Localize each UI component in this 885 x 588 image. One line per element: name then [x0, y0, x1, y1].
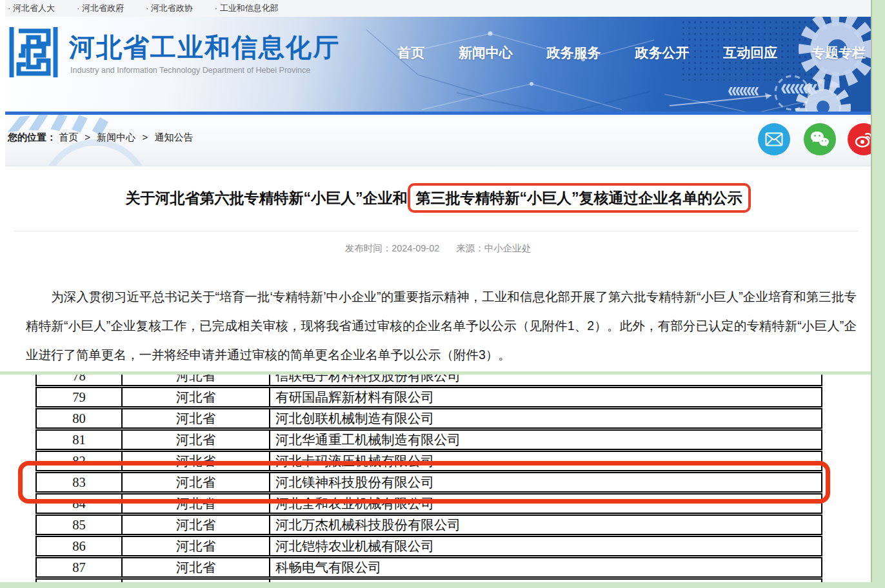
top-link-zhengxie[interactable]: · 河北省政协	[146, 3, 193, 14]
table-cell-province: 河北省	[121, 388, 270, 406]
breadcrumb-separator: >	[85, 132, 90, 142]
table-cell-no: 79	[37, 390, 121, 405]
table-row: 78 河北省 信联电子材料科技股份有限公司	[35, 375, 822, 386]
table-row: 87 河北省 科畅电气有限公司	[35, 557, 822, 578]
top-links-bar: · 河北省人大 · 河北省政府 · 河北省政协 · 工业和信息化部	[5, 0, 871, 17]
publish-time-label: 发布时间：	[345, 243, 392, 253]
table-cell-company: 河北华通重工机械制造有限公司	[270, 431, 821, 449]
green-frame-top	[0, 371, 885, 375]
table-cell-no: 78	[37, 375, 121, 384]
top-link-renda[interactable]: · 河北省人大	[8, 3, 55, 14]
source-label: 来源：	[456, 243, 484, 253]
table-cell-province: 河北省	[121, 537, 270, 555]
table-row: 81 河北省 河北华通重工机械制造有限公司	[35, 429, 822, 450]
table-cell-province: 河北省	[121, 516, 270, 534]
table-cell-province: 河北省	[121, 431, 270, 449]
table-row: 79 河北省 有研国晶辉新材料有限公司	[35, 387, 822, 407]
green-frame-bottom	[0, 582, 885, 588]
table-cell-company: 科畅电气有限公司	[270, 558, 821, 576]
nav-services[interactable]: 政务服务	[547, 44, 601, 62]
table-cell-province: 河北省	[121, 409, 270, 427]
org-name-en: Industry and Information Technology Depa…	[70, 66, 310, 75]
green-frame-right	[871, 0, 885, 588]
publish-time-value: 2024-09-02	[392, 243, 439, 253]
table-cell-company: 河北万杰机械科技股份有限公司	[270, 516, 821, 534]
table-cell-company: 河北铠特农业机械有限公司	[270, 537, 821, 555]
table-cell-no: 80	[37, 411, 121, 426]
table-cell-province: 河北省	[121, 558, 270, 576]
breadcrumb-separator: >	[142, 132, 148, 142]
breadcrumb-news[interactable]: 新闻中心	[97, 132, 135, 142]
article-meta: 发布时间：2024-09-02来源：中小企业处	[5, 242, 871, 255]
article-title: 关于河北省第六批专精特新“小巨人”企业和第三批专精特新“小巨人”复核通过企业名单…	[5, 188, 871, 208]
row-83-red-annotation-box	[18, 461, 830, 504]
table-cell-province: 河北省	[121, 375, 270, 385]
breadcrumb: 您的位置： 首页 > 新闻中心 > 通知公告	[8, 132, 193, 144]
table-cell-company: 有研国晶辉新材料有限公司	[270, 388, 821, 406]
table-cell-company: 信联电子材料科技股份有限公司	[270, 375, 821, 385]
gear-decoration	[761, 17, 871, 112]
table-row: 86 河北省 河北铠特农业机械有限公司	[35, 536, 822, 556]
table-cell-no: 86	[37, 539, 121, 554]
wechat-share-button[interactable]	[804, 123, 836, 155]
nav-home[interactable]: 首页	[397, 44, 424, 62]
breadcrumb-band: 您的位置： 首页 > 新闻中心 > 通知公告	[5, 115, 871, 166]
table-row: 80 河北省 河北创联机械制造有限公司	[35, 408, 822, 429]
top-link-zhengfu[interactable]: · 河北省政府	[77, 3, 124, 14]
top-link-miit[interactable]: · 工业和信息化部	[215, 3, 279, 14]
chevrons-decoration: ««««	[781, 75, 816, 99]
table-cell-no: 81	[37, 433, 121, 447]
mail-icon	[765, 132, 783, 146]
breadcrumb-notices[interactable]: 通知公告	[154, 132, 193, 142]
breadcrumb-home[interactable]: 首页	[59, 132, 78, 142]
table-cell-company: 河北创联机械制造有限公司	[270, 409, 821, 427]
article-title-part2: 第三批专精特新“小巨人”复核通过企业名单的公示	[416, 190, 742, 206]
mail-share-button[interactable]	[758, 123, 790, 155]
logo-maze-icon	[8, 24, 59, 80]
org-name-cn: 河北省工业和信息化厅	[69, 30, 340, 65]
title-divider	[14, 231, 858, 231]
nav-news[interactable]: 新闻中心	[459, 44, 513, 62]
site-logo[interactable]	[8, 24, 59, 80]
source-value: 中小企业处	[484, 243, 532, 253]
table-row: 85 河北省 河北万杰机械科技股份有限公司	[35, 514, 822, 535]
page: · 河北省人大 · 河北省政府 · 河北省政协 · 工业和信息化部	[0, 0, 885, 588]
article-title-part1: 关于河北省第六批专精特新“小巨人”企业和	[126, 190, 408, 206]
chevrons-decoration: ««««	[728, 79, 757, 101]
table-cell-no: 85	[37, 518, 121, 533]
fan-decoration	[29, 115, 48, 130]
fan-decoration	[8, 115, 30, 132]
article-paragraph: 为深入贯彻习近平总书记关于“培育一批‘专精特新’中小企业”的重要指示精神，工业和…	[26, 282, 857, 369]
nav-topics[interactable]: 专题专栏	[811, 44, 866, 62]
nav-interaction[interactable]: 互动回应	[723, 44, 777, 62]
site-banner: «««« «««« 河北省工业和信息化厅 Industry and Inform…	[5, 17, 871, 112]
wechat-icon	[810, 131, 830, 148]
fan-decoration	[72, 115, 88, 133]
breadcrumb-prefix: 您的位置：	[8, 132, 56, 142]
nav-disclosure[interactable]: 政务公开	[635, 44, 689, 62]
title-red-annotation-box: 第三批专精特新“小巨人”复核通过企业名单的公示	[408, 183, 751, 213]
table-cell-no: 87	[37, 560, 121, 575]
fan-decoration	[50, 115, 67, 131]
main-nav: 首页 新闻中心 政务服务 政务公开 互动回应 专题专栏	[397, 44, 866, 62]
